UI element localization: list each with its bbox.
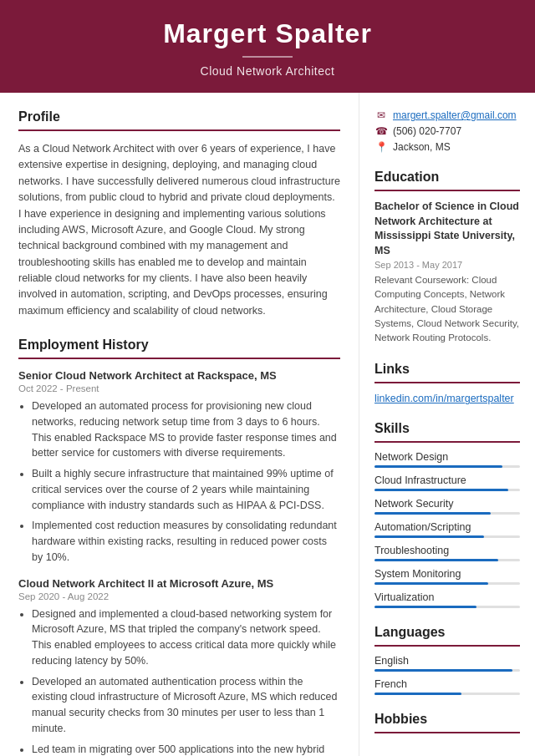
links-section-title: Links — [374, 362, 520, 377]
employment-section-title: Employment History — [18, 337, 340, 353]
contact-email: ✉ margert.spalter@gmail.com — [374, 109, 520, 121]
linkedin-link[interactable]: linkedin.com/in/margertspalter — [374, 393, 514, 404]
language-item: French — [374, 678, 520, 695]
phone-text: (506) 020-7707 — [393, 125, 461, 137]
location-text: Jackson, MS — [393, 141, 451, 153]
skill-name: Network Security — [374, 498, 520, 510]
skills-section: Skills Network DesignCloud Infrastructur… — [374, 421, 520, 608]
skill-bar-background — [374, 606, 520, 608]
edu-date: Sep 2013 - May 2017 — [374, 260, 520, 270]
language-bar-background — [374, 693, 520, 695]
skill-item: Troubleshooting — [374, 545, 520, 561]
left-column: Profile As a Cloud Network Architect wit… — [0, 93, 359, 756]
profile-divider — [18, 129, 340, 131]
right-column: ✉ margert.spalter@gmail.com ☎ (506) 020-… — [359, 93, 535, 756]
education-section-title: Education — [374, 170, 520, 185]
skill-bar-background — [374, 559, 520, 561]
email-link[interactable]: margert.spalter@gmail.com — [393, 109, 517, 121]
skill-bar-fill — [374, 465, 502, 468]
location-icon: 📍 — [374, 141, 388, 153]
languages-divider — [374, 645, 520, 647]
skill-item: Automation/Scripting — [374, 521, 520, 538]
skill-bar-fill — [374, 489, 508, 491]
skill-item: Network Design — [374, 451, 520, 468]
header-title: Cloud Network Architect — [17, 64, 518, 78]
skill-bar-background — [374, 535, 520, 538]
hobbies-section: Hobbies — [374, 712, 520, 733]
contact-location: 📍 Jackson, MS — [374, 141, 520, 153]
skill-bar-fill — [374, 582, 488, 585]
skill-bar-fill — [374, 512, 491, 515]
email-icon: ✉ — [374, 109, 388, 121]
languages-section-title: Languages — [374, 625, 520, 640]
skill-name: Virtualization — [374, 591, 520, 603]
employment-divider — [18, 358, 340, 359]
job-date: Oct 2022 - Present — [18, 383, 340, 393]
languages-section: Languages EnglishFrench — [374, 625, 520, 695]
skill-bar-fill — [374, 535, 484, 538]
skills-container: Network DesignCloud InfrastructureNetwor… — [374, 451, 520, 608]
contact-section: ✉ margert.spalter@gmail.com ☎ (506) 020-… — [374, 109, 520, 153]
profile-text: As a Cloud Network Architect with over 6… — [18, 141, 340, 319]
education-divider — [374, 190, 520, 191]
profile-section-title: Profile — [18, 109, 340, 124]
links-section: Links linkedin.com/in/margertspalter — [374, 362, 520, 404]
skill-name: System Monitoring — [374, 568, 520, 580]
hobbies-divider — [374, 732, 520, 733]
job-title: Cloud Network Architect II at Microsoft … — [18, 577, 340, 590]
links-divider — [374, 382, 520, 383]
skill-bar-background — [374, 489, 520, 491]
main-layout: Profile As a Cloud Network Architect wit… — [0, 93, 535, 756]
skill-bar-fill — [374, 606, 476, 608]
job-title: Senior Cloud Network Architect at Racksp… — [18, 369, 340, 382]
edu-degree: Bachelor of Science in Cloud Network Arc… — [374, 200, 520, 258]
skill-bar-fill — [374, 559, 498, 561]
skills-divider — [374, 441, 520, 443]
employment-section: Employment History Senior Cloud Network … — [18, 337, 340, 756]
skill-bar-background — [374, 465, 520, 468]
language-bar-background — [374, 669, 520, 672]
skill-item: Cloud Infrastructure — [374, 474, 520, 491]
job-entry: Cloud Network Architect II at Microsoft … — [18, 577, 340, 756]
language-name: French — [374, 678, 520, 690]
contact-phone: ☎ (506) 020-7707 — [374, 125, 520, 137]
job-date: Sep 2020 - Aug 2022 — [18, 591, 340, 601]
hobbies-section-title: Hobbies — [374, 712, 520, 727]
profile-section: Profile As a Cloud Network Architect wit… — [18, 109, 340, 319]
list-item: Designed and implemented a cloud-based n… — [32, 606, 340, 669]
language-item: English — [374, 655, 520, 672]
list-item: Built a highly secure infrastructure tha… — [32, 466, 340, 513]
skill-bar-background — [374, 582, 520, 585]
job-bullets: Developed an automated process for provi… — [18, 398, 340, 566]
skill-name: Automation/Scripting — [374, 521, 520, 533]
header-divider — [242, 56, 293, 58]
languages-container: EnglishFrench — [374, 655, 520, 695]
header: Margert Spalter Cloud Network Architect — [0, 0, 535, 93]
skill-bar-background — [374, 512, 520, 515]
skill-item: System Monitoring — [374, 568, 520, 585]
skill-name: Troubleshooting — [374, 545, 520, 556]
skills-section-title: Skills — [374, 421, 520, 436]
language-bar-fill — [374, 693, 461, 695]
jobs-container: Senior Cloud Network Architect at Racksp… — [18, 369, 340, 756]
job-entry: Senior Cloud Network Architect at Racksp… — [18, 369, 340, 566]
education-section: Education Bachelor of Science in Cloud N… — [374, 170, 520, 345]
job-bullets: Designed and implemented a cloud-based n… — [18, 606, 340, 756]
skill-name: Network Design — [374, 451, 520, 463]
list-item: Implemented cost reduction measures by c… — [32, 518, 340, 565]
language-name: English — [374, 655, 520, 667]
list-item: Led team in migrating over 500 applicati… — [32, 742, 340, 756]
language-bar-fill — [374, 669, 512, 672]
skill-item: Virtualization — [374, 591, 520, 608]
list-item: Developed an automated process for provi… — [32, 398, 340, 461]
header-name: Margert Spalter — [17, 18, 518, 49]
edu-coursework: Relevant Coursework: Cloud Computing Con… — [374, 273, 520, 345]
list-item: Developed an automated authentication pr… — [32, 674, 340, 737]
phone-icon: ☎ — [374, 125, 388, 137]
skill-name: Cloud Infrastructure — [374, 474, 520, 486]
skill-item: Network Security — [374, 498, 520, 515]
